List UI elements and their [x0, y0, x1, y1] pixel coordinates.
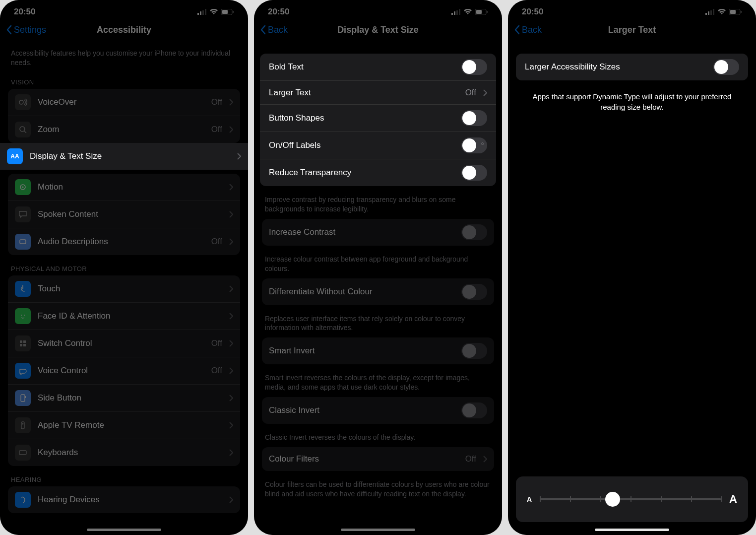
- smartinv-toggle[interactable]: [461, 343, 487, 359]
- row-faceid[interactable]: Face ID & Attention: [8, 303, 240, 330]
- status-bar: 20:50: [254, 0, 502, 20]
- incrcontrast-toggle[interactable]: [461, 224, 487, 240]
- chevron-right-icon: [229, 184, 233, 191]
- back-button[interactable]: Back: [514, 25, 542, 35]
- row-audio-descriptions[interactable]: Audio Descriptions Off: [8, 228, 240, 255]
- audiodesc-value: Off: [211, 237, 222, 247]
- row-zoom[interactable]: Zoom Off: [8, 116, 240, 143]
- row-spoken-content[interactable]: Spoken Content: [8, 201, 240, 228]
- svg-rect-23: [19, 451, 26, 455]
- row-touch[interactable]: Touch: [8, 275, 240, 303]
- row-larger-accessibility-sizes[interactable]: Larger Accessibility Sizes: [516, 54, 748, 80]
- voicectrl-label: Voice Control: [38, 366, 204, 376]
- bold-toggle[interactable]: [461, 59, 487, 75]
- keyboard-icon: [15, 445, 31, 461]
- svg-rect-37: [741, 11, 742, 13]
- chevron-right-icon: [229, 395, 233, 401]
- classicinv-desc: Classic Invert reverses the colours of t…: [262, 428, 494, 447]
- status-time: 20:50: [522, 7, 543, 17]
- row-keyboards[interactable]: Keyboards: [8, 439, 240, 466]
- row-voiceover[interactable]: VoiceOver Off: [8, 89, 240, 116]
- row-side-button[interactable]: Side Button: [8, 385, 240, 412]
- svg-point-13: [21, 315, 22, 316]
- chevron-right-icon: [229, 422, 233, 429]
- svg-rect-17: [20, 344, 22, 346]
- audio-desc-icon: [15, 234, 31, 250]
- row-switch-control[interactable]: Switch Control Off: [8, 330, 240, 357]
- status-bar: 20:50: [508, 0, 756, 20]
- reducetrans-toggle[interactable]: [461, 165, 487, 181]
- diffcolour-label: Differentiate Without Colour: [269, 287, 454, 297]
- svg-rect-19: [21, 395, 25, 401]
- signal-icon: [451, 9, 460, 15]
- row-hearing-devices[interactable]: Hearing Devices: [8, 486, 240, 513]
- back-button[interactable]: Back: [260, 25, 288, 35]
- battery-icon: [475, 9, 488, 15]
- diffcolour-desc: Replaces user interface items that rely …: [262, 309, 494, 338]
- signal-icon: [197, 9, 206, 15]
- row-diff-without-colour[interactable]: Differentiate Without Colour: [262, 278, 494, 305]
- row-motion[interactable]: Motion: [8, 174, 240, 201]
- status-right: [451, 9, 488, 15]
- row-larger-text[interactable]: Larger Text Off: [260, 81, 496, 105]
- larger-sizes-label: Larger Accessibility Sizes: [525, 62, 706, 72]
- colourfilters-value: Off: [465, 454, 476, 464]
- motion-icon: [15, 179, 31, 195]
- row-classic-invert[interactable]: Classic Invert: [262, 397, 494, 424]
- back-button[interactable]: Settings: [6, 25, 46, 35]
- faceid-label: Face ID & Attention: [38, 311, 222, 321]
- row-bold-text[interactable]: Bold Text: [260, 54, 496, 81]
- classicinv-toggle[interactable]: [461, 402, 487, 418]
- svg-rect-29: [476, 10, 482, 14]
- buttonshapes-toggle[interactable]: [461, 110, 487, 126]
- text-size-slider[interactable]: A A: [516, 476, 748, 522]
- chevron-left-icon: [6, 25, 12, 35]
- chevron-right-icon: [229, 99, 233, 106]
- chevron-left-icon: [260, 25, 266, 35]
- svg-rect-32: [708, 11, 709, 15]
- slider-track[interactable]: [540, 498, 721, 500]
- slider-knob[interactable]: [605, 492, 620, 507]
- row-display-text-size[interactable]: AA Display & Text Size: [0, 143, 248, 170]
- chevron-right-icon: [229, 285, 233, 292]
- row-apple-tv-remote[interactable]: Apple TV Remote: [8, 412, 240, 439]
- row-increase-contrast[interactable]: Increase Contrast: [262, 219, 494, 246]
- touch-label: Touch: [38, 284, 222, 294]
- ear-icon: [15, 492, 31, 508]
- row-voice-control[interactable]: Voice Control Off: [8, 357, 240, 385]
- row-button-shapes[interactable]: Button Shapes: [260, 105, 496, 132]
- nav-bar: Back Display & Text Size: [254, 20, 502, 44]
- svg-rect-30: [487, 11, 488, 13]
- chevron-right-icon: [237, 153, 241, 160]
- status-right: [705, 9, 742, 15]
- contrast-card: Increase Contrast: [262, 219, 494, 246]
- scroll-area[interactable]: Bold Text Larger Text Off Button Shapes …: [254, 44, 502, 535]
- onoff-toggle[interactable]: [461, 137, 487, 153]
- svg-rect-20: [25, 396, 26, 398]
- home-indicator[interactable]: [595, 529, 669, 531]
- chevron-right-icon: [229, 449, 233, 456]
- larger-sizes-toggle[interactable]: [713, 59, 739, 75]
- diffcolour-toggle[interactable]: [461, 284, 487, 300]
- page-title: Display & Text Size: [337, 25, 419, 35]
- status-time: 20:50: [268, 7, 289, 17]
- svg-rect-33: [710, 10, 712, 15]
- svg-rect-34: [713, 9, 714, 15]
- big-a-icon: A: [729, 493, 737, 506]
- zoom-value: Off: [211, 125, 222, 134]
- switch-label: Switch Control: [38, 338, 204, 348]
- row-reduce-transparency[interactable]: Reduce Transparency: [260, 159, 496, 186]
- row-colour-filters[interactable]: Colour Filters Off: [262, 447, 494, 471]
- status-time: 20:50: [14, 7, 35, 17]
- svg-rect-3: [205, 9, 206, 15]
- home-indicator[interactable]: [341, 529, 415, 531]
- row-onoff-labels[interactable]: On/Off Labels: [260, 132, 496, 159]
- back-label: Back: [522, 25, 542, 35]
- scroll-area[interactable]: Accessibility features help you customis…: [0, 44, 248, 535]
- back-label: Back: [268, 25, 288, 35]
- svg-line-9: [24, 131, 26, 133]
- row-smart-invert[interactable]: Smart Invert: [262, 337, 494, 364]
- svg-rect-24: [451, 13, 453, 15]
- home-indicator[interactable]: [87, 529, 161, 531]
- hearingdev-label: Hearing Devices: [38, 495, 222, 505]
